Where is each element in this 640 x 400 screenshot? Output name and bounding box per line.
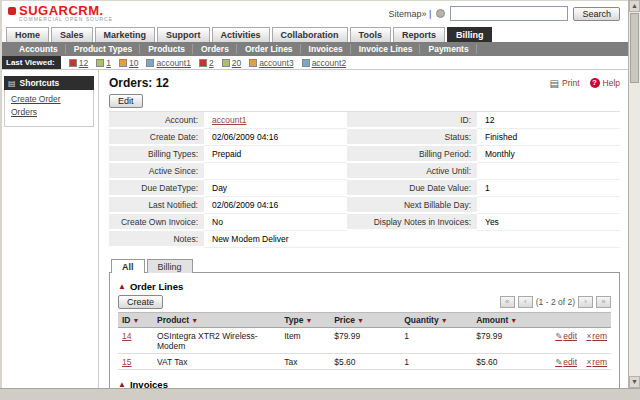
view-tab-billing[interactable]: Billing <box>147 259 193 273</box>
last-viewed-item[interactable]: account3 <box>249 58 294 68</box>
account-link[interactable]: account1 <box>212 115 247 125</box>
notes-value: New Modem Deliver <box>204 231 620 248</box>
last-viewed-item[interactable]: 20 <box>222 58 241 68</box>
pagination-text: (1 - 2 of 2) <box>536 297 575 307</box>
order-line-id-link[interactable]: 14 <box>122 331 131 341</box>
subnav-order-lines[interactable]: Order Lines <box>238 44 301 54</box>
field-value: Monthly <box>477 146 620 163</box>
order-lines-header[interactable]: ▲ Order Lines <box>118 281 611 292</box>
shortcut-orders[interactable]: Orders <box>5 105 93 118</box>
tab-tools[interactable]: Tools <box>350 27 391 42</box>
subnav-payments[interactable]: Payments <box>421 44 476 54</box>
field-label: Active Until: <box>347 163 477 180</box>
shortcuts-header: ▤ Shortcuts <box>4 76 94 90</box>
page-prev-button[interactable]: ‹ <box>518 296 533 308</box>
edit-row-link[interactable]: ✎edit <box>555 357 577 367</box>
module-icon <box>119 59 127 67</box>
field-label: ID: <box>347 112 477 129</box>
tab-billing[interactable]: Billing <box>447 27 493 42</box>
column-header-type[interactable]: Type▼ <box>280 313 330 328</box>
cell-type: Tax <box>280 354 330 370</box>
tab-support[interactable]: Support <box>157 27 210 42</box>
help-link[interactable]: ? Help <box>590 78 620 88</box>
shortcuts-list: Create Order Orders <box>4 90 94 127</box>
field-label: Due Date Value: <box>347 180 477 197</box>
main-area: ▤ Shortcuts Create Order Orders Orders: … <box>2 70 628 388</box>
subnav-invoices[interactable]: Invoices <box>302 44 351 54</box>
order-lines-create-button[interactable]: Create <box>118 295 163 309</box>
column-header-price[interactable]: Price▼ <box>330 313 400 328</box>
search-button[interactable]: Search <box>573 7 620 21</box>
module-icon <box>96 59 104 67</box>
remove-row-link[interactable]: ×rem <box>586 357 607 367</box>
column-header-id[interactable]: ID▼ <box>118 313 153 328</box>
tab-marketing[interactable]: Marketing <box>95 27 156 42</box>
tab-collaboration[interactable]: Collaboration <box>272 27 348 42</box>
subnav-accounts[interactable]: Accounts <box>12 44 66 54</box>
notification-icon[interactable] <box>436 9 445 18</box>
view-tab-all[interactable]: All <box>111 259 145 273</box>
content: Orders: 12 ▤ Print ? Help Edit Accoun <box>99 70 628 388</box>
pencil-icon: ✎ <box>555 331 562 341</box>
cell-price: $5.60 <box>330 354 400 370</box>
cell-quantity: 1 <box>400 328 472 354</box>
logo-icon <box>8 7 16 15</box>
cell-quantity: 1 <box>400 354 472 370</box>
collapse-icon[interactable]: ▲ <box>118 380 126 388</box>
module-icon <box>199 59 207 67</box>
subnav-products[interactable]: Products <box>141 44 193 54</box>
order-line-id-link[interactable]: 15 <box>122 357 131 367</box>
module-tab-bar: Home Sales Marketing Support Activities … <box>2 25 628 42</box>
scrollbar-thumb[interactable] <box>630 13 639 83</box>
field-value: No <box>204 214 347 231</box>
pencil-icon: ✎ <box>555 357 562 367</box>
scroll-down-icon[interactable]: ▼ <box>629 376 640 388</box>
module-icon <box>249 59 257 67</box>
tab-home[interactable]: Home <box>6 27 49 42</box>
column-header-amount[interactable]: Amount▼ <box>472 313 544 328</box>
remove-icon: × <box>586 331 591 341</box>
last-viewed-item[interactable]: account1 <box>146 58 191 68</box>
last-viewed-item[interactable]: 2 <box>199 58 214 68</box>
edit-button[interactable]: Edit <box>109 94 143 108</box>
collapse-icon[interactable]: ▲ <box>118 282 126 291</box>
sitemap-link[interactable]: Sitemap» | <box>389 9 432 19</box>
cell-product: VAT Tax <box>153 354 280 370</box>
search-input[interactable] <box>450 6 568 21</box>
app-header: SUGARCRM. COMMERCIAL OPEN SOURCE Sitemap… <box>2 1 628 25</box>
page-last-button[interactable]: » <box>596 296 611 308</box>
field-value <box>477 197 620 214</box>
edit-row-link[interactable]: ✎edit <box>555 331 577 341</box>
page-first-button[interactable]: « <box>500 296 515 308</box>
order-detail: Account: account1 ID: 12 Create Date: 02… <box>109 111 620 248</box>
sort-icon: ▼ <box>305 317 312 324</box>
order-lines-toolbar: Create « ‹ (1 - 2 of 2) › » <box>118 295 611 309</box>
subnav-invoice-lines[interactable]: Invoice Lines <box>352 44 421 54</box>
print-link[interactable]: ▤ Print <box>550 78 580 89</box>
edit-row: Edit <box>109 94 620 108</box>
last-viewed-item[interactable]: 12 <box>69 58 88 68</box>
last-viewed-item[interactable]: account2 <box>302 58 347 68</box>
page-next-button[interactable]: › <box>578 296 593 308</box>
last-viewed-item[interactable]: 1 <box>96 58 111 68</box>
scrollbar[interactable]: ▲ ▼ <box>628 0 640 388</box>
subnav-orders[interactable]: Orders <box>194 44 237 54</box>
cell-amount: $79.99 <box>472 328 544 354</box>
invoices-header[interactable]: ▲ Invoices <box>118 379 611 388</box>
shortcut-create-order[interactable]: Create Order <box>5 92 93 105</box>
column-header-actions <box>544 313 611 328</box>
remove-row-link[interactable]: ×rem <box>586 331 607 341</box>
subnav-product-types[interactable]: Product Types <box>67 44 140 54</box>
field-label: Status: <box>347 129 477 146</box>
tab-activities[interactable]: Activities <box>212 27 270 42</box>
tab-sales[interactable]: Sales <box>51 27 93 42</box>
tab-reports[interactable]: Reports <box>393 27 445 42</box>
status-bar <box>0 388 640 400</box>
view-tab-bar: All Billing <box>109 258 620 273</box>
sort-icon: ▼ <box>441 317 448 324</box>
column-header-quantity[interactable]: Quantity▼ <box>400 313 472 328</box>
last-viewed-item[interactable]: 10 <box>119 58 138 68</box>
column-header-product[interactable]: Product▼ <box>153 313 280 328</box>
sugarcrm-logo[interactable]: SUGARCRM. COMMERCIAL OPEN SOURCE <box>8 5 113 22</box>
scroll-up-icon[interactable]: ▲ <box>629 0 640 12</box>
